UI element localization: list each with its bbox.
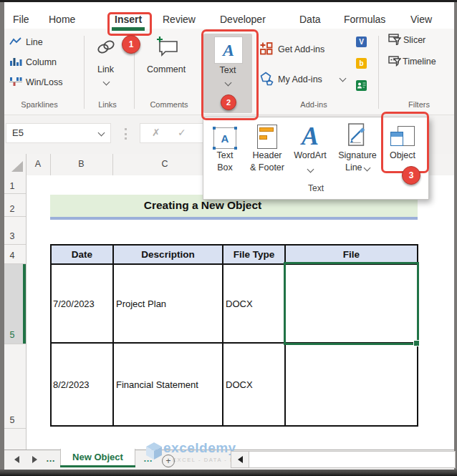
sparklines-group-label: Sparklines [14, 100, 64, 109]
text-box-icon: A [213, 120, 236, 149]
comments-group-label: Comments [143, 100, 195, 109]
watermark-tagline: EXCEL - DATA - BI [173, 457, 237, 463]
cell-e6[interactable] [285, 343, 418, 426]
formula-bar-splitter[interactable] [125, 128, 127, 140]
timeline-button[interactable]: Timeline [403, 57, 436, 67]
cancel-icon[interactable]: ✗ [152, 127, 160, 138]
group-separator [84, 36, 85, 109]
more-sheets-ellipsis[interactable]: … [143, 453, 153, 464]
timeline-icon [388, 55, 401, 69]
column-sparkline-button[interactable]: Column [26, 57, 57, 67]
hscroll-track[interactable] [249, 451, 456, 468]
chevron-down-icon[interactable] [98, 130, 105, 137]
addins-group-label: Add-ins [287, 100, 341, 109]
row-divider [4, 344, 26, 344]
watermark-brand: exceldemy [163, 440, 236, 456]
annotation-box-insert [107, 12, 152, 36]
chevron-down-icon [364, 165, 371, 172]
header-description[interactable]: Description [113, 245, 223, 264]
row-header-3[interactable]: 3 [3, 231, 21, 241]
comment-icon [155, 35, 181, 61]
cell-selection-border [284, 262, 419, 345]
cell-b5[interactable]: 7/20/2023 [51, 264, 113, 343]
select-all-corner[interactable] [11, 161, 23, 172]
name-box[interactable]: E5 [6, 123, 111, 143]
menu-item-header-footer[interactable]: Header & Footer [245, 119, 289, 189]
header-date[interactable]: Date [51, 245, 113, 264]
hscroll-left-arrow[interactable] [231, 451, 249, 468]
cell-d5[interactable]: DOCX [223, 264, 285, 343]
window-right-edge [454, 2, 457, 476]
row-divider [4, 216, 26, 217]
sheet-tab-new-object[interactable]: New Object [60, 449, 135, 465]
cell-b6[interactable]: 8/2/2023 [51, 343, 113, 426]
winloss-sparkline-button[interactable]: Win/Loss [26, 77, 62, 87]
name-box-value: E5 [12, 127, 24, 138]
row-header-2[interactable]: 2 [3, 204, 21, 214]
step-badge-1: 1 [122, 35, 140, 54]
my-addins-button[interactable]: My Add-ins [278, 74, 322, 84]
column-header-c[interactable]: C [112, 159, 217, 169]
row-divider [4, 244, 26, 245]
table-row: 8/2/2023 Financial Statement DOCX [51, 343, 418, 426]
line-sparkline-button[interactable]: Line [26, 37, 43, 47]
table-header-row: Date Description File Type File [51, 245, 418, 264]
column-header-b[interactable]: B [50, 159, 112, 169]
enter-icon[interactable]: ✓ [178, 127, 186, 138]
header-file-type[interactable]: File Type [223, 245, 285, 264]
sheet-nav-right-icon[interactable] [32, 456, 37, 463]
wordart-icon: A [302, 120, 319, 149]
add-sheet-button[interactable]: + [162, 455, 175, 467]
row-header-5[interactable]: 5 [3, 330, 21, 340]
links-group-label: Links [90, 100, 125, 109]
slicer-button[interactable]: Slicer [403, 35, 425, 45]
sheet-list-ellipsis[interactable]: … [46, 453, 56, 464]
column-sparkline-icon [9, 57, 22, 69]
menu-item-wordart[interactable]: A WordArt [289, 119, 331, 189]
menu-group-label: Text [203, 183, 428, 193]
column-divider [112, 154, 113, 175]
row-divider [4, 263, 26, 264]
column-divider [50, 154, 51, 175]
header-footer-icon [257, 120, 277, 149]
cell-d6[interactable]: DOCX [223, 343, 285, 426]
excel-window: File Home Insert Review Developer Data F… [0, 0, 457, 476]
row-divider [4, 193, 26, 194]
signature-line-icon [347, 120, 368, 149]
chevron-down-icon [307, 166, 314, 173]
get-addins-button[interactable]: Get Add-ins [278, 44, 324, 54]
tab-formulas[interactable]: Formulas [344, 14, 385, 25]
active-sheet-underline [60, 465, 135, 467]
comment-button[interactable]: Comment [147, 64, 186, 74]
fill-handle[interactable] [413, 340, 420, 346]
people-graph-addin-icon[interactable] [356, 80, 367, 91]
bing-addin-icon[interactable]: b [356, 58, 367, 69]
header-file[interactable]: File [285, 245, 418, 264]
window-bottom-edge [0, 470, 457, 476]
tab-review[interactable]: Review [163, 14, 196, 25]
tab-file[interactable]: File [13, 14, 29, 25]
cell-c6[interactable]: Financial Statement [113, 343, 223, 426]
tab-developer[interactable]: Developer [220, 14, 266, 25]
link-button[interactable]: Link [97, 64, 114, 74]
row-header-1[interactable]: 1 [3, 181, 21, 191]
get-addins-icon [259, 42, 274, 59]
row-header-6[interactable]: 5 [3, 415, 21, 425]
link-icon [95, 37, 117, 60]
slicer-icon [388, 34, 401, 48]
page-title: Creating a New Object [50, 199, 355, 212]
tab-home[interactable]: Home [49, 14, 75, 25]
cell-c5[interactable]: Project Plan [113, 264, 223, 343]
menu-item-text-box[interactable]: A Text Box [206, 119, 244, 189]
row-header-4[interactable]: 4 [3, 251, 21, 261]
row-header-border [26, 154, 27, 450]
filters-group-label: Filters [394, 100, 444, 109]
sheet-nav-left-icon[interactable] [14, 456, 19, 463]
visio-addin-icon[interactable]: V [356, 37, 367, 47]
column-header-a[interactable]: A [26, 159, 50, 169]
tab-view[interactable]: View [410, 14, 432, 25]
menu-item-signature-line[interactable]: Signature Line [331, 119, 384, 189]
step-badge-2: 2 [221, 94, 236, 110]
group-separator [378, 36, 379, 109]
tab-data[interactable]: Data [299, 14, 321, 25]
